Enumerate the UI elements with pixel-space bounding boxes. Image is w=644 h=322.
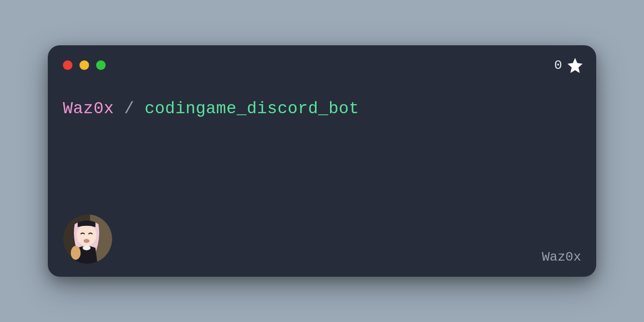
maximize-dot[interactable]	[96, 60, 106, 70]
svg-point-7	[83, 246, 91, 251]
svg-point-8	[71, 246, 81, 260]
username-label: Waz0x	[542, 250, 581, 265]
avatar-image	[63, 214, 112, 264]
window-controls	[63, 60, 106, 70]
avatar[interactable]	[63, 214, 112, 264]
repo-name[interactable]: codingame_discord_bot	[144, 100, 359, 118]
star-area[interactable]: 0	[554, 56, 584, 74]
svg-rect-5	[84, 222, 90, 226]
repo-card: 0 Waz0x / codingame_discord_bot	[48, 45, 596, 277]
owner-name[interactable]: Waz0x	[63, 100, 114, 118]
minimize-dot[interactable]	[79, 60, 89, 70]
star-icon	[566, 56, 584, 74]
title-separator: /	[124, 100, 145, 118]
repo-title: Waz0x / codingame_discord_bot	[63, 100, 359, 118]
star-count: 0	[554, 58, 562, 73]
svg-point-6	[84, 239, 90, 243]
close-dot[interactable]	[63, 60, 72, 70]
